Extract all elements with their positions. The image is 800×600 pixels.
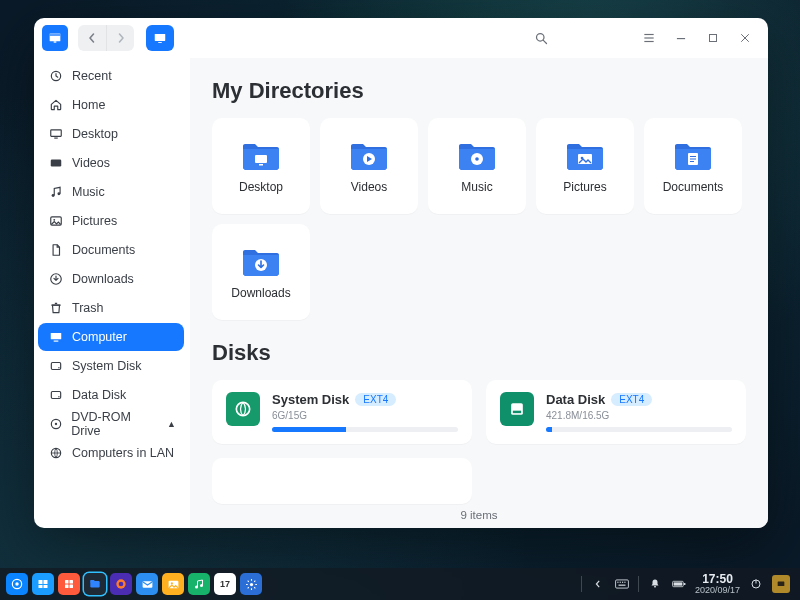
sidebar-item-data-disk[interactable]: Data Disk <box>38 381 184 409</box>
disk-data-disk[interactable]: Data Disk EXT4 421.8M/16.5G <box>486 380 746 444</box>
tray-keyboard-icon[interactable] <box>614 576 630 592</box>
tray-power-icon[interactable] <box>748 576 764 592</box>
disc-icon <box>48 416 63 432</box>
sidebar-item-videos[interactable]: Videos <box>38 149 184 177</box>
dock-calendar[interactable]: 17 <box>214 573 236 595</box>
sidebar-item-system-disk[interactable]: System Disk <box>38 352 184 380</box>
section-title-disks: Disks <box>212 340 746 366</box>
disk-name: System Disk <box>272 392 349 407</box>
dock-launcher[interactable] <box>6 573 28 595</box>
disk-usage-bar <box>272 427 458 432</box>
svg-rect-50 <box>44 585 48 588</box>
sidebar-item-documents[interactable]: Documents <box>38 236 184 264</box>
dir-documents[interactable]: Documents <box>644 118 742 214</box>
music-icon <box>48 184 64 200</box>
dock-multitask[interactable] <box>32 573 54 595</box>
sidebar-item-music[interactable]: Music <box>38 178 184 206</box>
svg-rect-49 <box>39 585 43 588</box>
disk-card-placeholder <box>212 458 472 504</box>
svg-point-61 <box>170 582 172 584</box>
sidebar-item-computers-in-lan[interactable]: Computers in LAN <box>38 439 184 467</box>
dock-image-viewer[interactable] <box>162 573 184 595</box>
dock-music[interactable] <box>188 573 210 595</box>
svg-rect-38 <box>690 156 696 157</box>
dock-app-store[interactable] <box>58 573 80 595</box>
svg-rect-51 <box>65 580 69 584</box>
dir-videos[interactable]: Videos <box>320 118 418 214</box>
sidebar-item-label: DVD-ROM Drive <box>71 410 159 438</box>
dir-label: Documents <box>663 180 724 194</box>
svg-rect-44 <box>513 411 521 414</box>
view-mode-button[interactable] <box>146 25 174 51</box>
forward-button[interactable] <box>106 25 134 51</box>
statusbar: 9 items <box>212 502 746 528</box>
svg-rect-68 <box>622 582 623 583</box>
sidebar-item-label: Data Disk <box>72 388 126 402</box>
sidebar-item-pictures[interactable]: Pictures <box>38 207 184 235</box>
svg-rect-71 <box>654 586 656 588</box>
folder-icon <box>239 244 283 278</box>
eject-icon[interactable]: ▲ <box>167 419 176 429</box>
sidebar-item-label: Desktop <box>72 127 118 141</box>
disk-icon <box>48 387 64 403</box>
menu-button[interactable] <box>636 25 662 51</box>
sidebar-item-recent[interactable]: Recent <box>38 62 184 90</box>
maximize-button[interactable] <box>700 25 726 51</box>
sidebar-item-computer[interactable]: Computer <box>38 323 184 351</box>
minimize-button[interactable] <box>668 25 694 51</box>
dir-label: Downloads <box>231 286 290 300</box>
trash-icon <box>48 300 64 316</box>
file-manager-window: Recent Home Desktop Videos Music Picture… <box>34 18 768 528</box>
svg-point-28 <box>54 423 56 425</box>
folder-icon <box>347 138 391 172</box>
close-button[interactable] <box>732 25 758 51</box>
dock-mail[interactable] <box>136 573 158 595</box>
back-button[interactable] <box>78 25 106 51</box>
svg-point-17 <box>57 192 60 195</box>
folder-icon <box>671 138 715 172</box>
svg-rect-22 <box>54 341 59 342</box>
svg-rect-47 <box>39 580 43 584</box>
tray-clock[interactable]: 17:50 2020/09/17 <box>695 573 740 595</box>
sidebar-item-dvd-rom-drive[interactable]: DVD-ROM Drive▲ <box>38 410 184 438</box>
download-icon <box>48 271 64 287</box>
svg-point-26 <box>58 396 59 397</box>
sidebar-item-label: Computer <box>72 330 127 344</box>
nav-buttons <box>78 25 134 51</box>
svg-rect-54 <box>70 585 74 589</box>
svg-rect-14 <box>54 138 58 139</box>
svg-rect-15 <box>51 160 62 167</box>
svg-rect-13 <box>51 130 62 136</box>
sidebar-item-desktop[interactable]: Desktop <box>38 120 184 148</box>
dir-music[interactable]: Music <box>428 118 526 214</box>
tray-expand-icon[interactable] <box>590 576 606 592</box>
folder-icon <box>239 138 283 172</box>
disk-system-disk[interactable]: System Disk EXT4 6G/15G <box>212 380 472 444</box>
sidebar-item-label: System Disk <box>72 359 141 373</box>
tray-notifications-icon[interactable] <box>647 576 663 592</box>
sidebar-item-trash[interactable]: Trash <box>38 294 184 322</box>
dock-firefox[interactable] <box>110 573 132 595</box>
svg-rect-4 <box>158 42 162 43</box>
document-icon <box>48 242 64 258</box>
search-button[interactable] <box>528 25 554 51</box>
titlebar <box>34 18 768 58</box>
svg-rect-66 <box>617 582 618 583</box>
svg-rect-21 <box>51 333 62 339</box>
dock-file-manager[interactable] <box>84 573 106 595</box>
disk-usage-bar <box>546 427 732 432</box>
tray-battery-icon[interactable] <box>671 576 687 592</box>
svg-rect-77 <box>778 582 785 587</box>
sidebar-item-label: Pictures <box>72 214 117 228</box>
sidebar-item-home[interactable]: Home <box>38 91 184 119</box>
svg-rect-10 <box>677 38 685 39</box>
dock-settings[interactable] <box>240 573 262 595</box>
dir-downloads[interactable]: Downloads <box>212 224 310 320</box>
tray-desktop-icon[interactable] <box>772 575 790 593</box>
sidebar-item-downloads[interactable]: Downloads <box>38 265 184 293</box>
dir-pictures[interactable]: Pictures <box>536 118 634 214</box>
dir-desktop[interactable]: Desktop <box>212 118 310 214</box>
taskbar: 17 17:50 2020/09/17 <box>0 568 800 600</box>
computer-icon <box>48 329 64 345</box>
app-icon[interactable] <box>42 25 68 51</box>
